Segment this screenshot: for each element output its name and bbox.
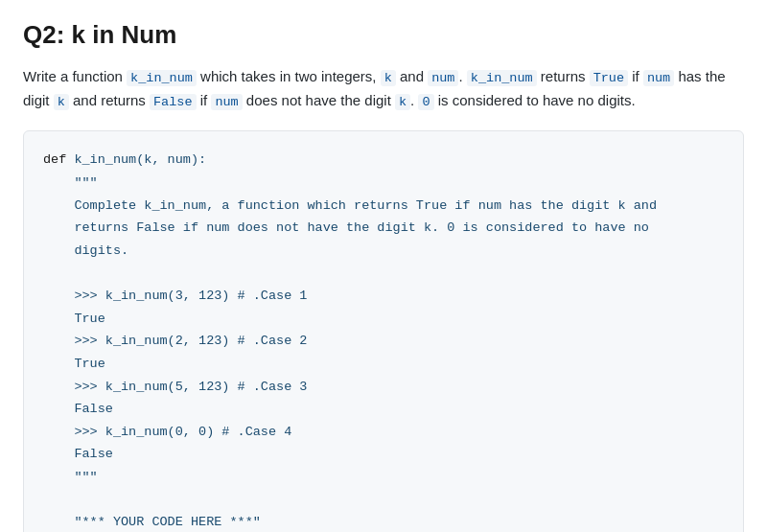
false-inline: False (150, 94, 197, 110)
problem-description: Write a function k_in_num which takes in… (23, 65, 744, 114)
page-title: Q2: k in Num (23, 19, 744, 52)
true-inline: True (590, 70, 628, 86)
param-num-inline: num (428, 70, 458, 86)
num-inline1: num (643, 70, 674, 86)
func-name-inline2: k_in_num (467, 70, 537, 86)
function-name: k_in_num (74, 152, 136, 167)
num-inline2: num (211, 94, 242, 110)
k-inline2: k (395, 94, 410, 110)
keyword-def: def (43, 152, 74, 167)
code-block: def k_in_num(k, num): """ Complete k_in_… (23, 130, 744, 532)
func-name-inline: k_in_num (127, 70, 197, 86)
param-k-inline: k (381, 70, 396, 86)
k-inline1: k (54, 94, 69, 110)
zero-inline: 0 (418, 94, 433, 110)
